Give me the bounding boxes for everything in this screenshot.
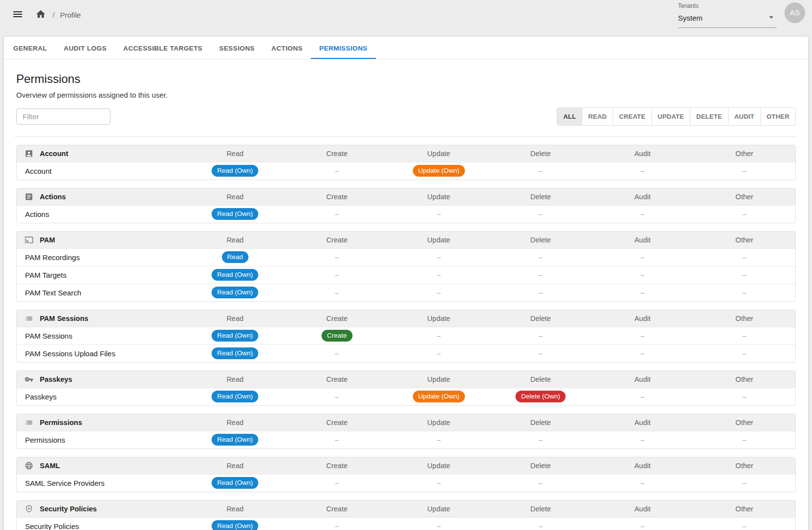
filter-create-button[interactable]: CREATE (613, 108, 651, 125)
permission-badge-read: Read (Own) (212, 434, 258, 446)
menu-button[interactable] (8, 5, 27, 25)
permission-badge-read: Read (Own) (212, 165, 258, 177)
empty-cell-dash: – (742, 349, 746, 357)
empty-cell-dash: – (641, 210, 645, 218)
permission-group-account: AccountReadCreateUpdateDeleteAuditOtherA… (16, 145, 796, 180)
column-header-read: Read (184, 232, 286, 248)
permission-badge-read: Read (Own) (212, 287, 258, 298)
empty-cell-dash: – (539, 522, 542, 530)
column-header-read: Read (184, 457, 286, 474)
column-header-audit: Audit (592, 457, 694, 474)
group-title: Actions (40, 193, 66, 201)
column-header-update: Update (388, 501, 490, 517)
table-row: PAM SessionsRead (Own)Create–––– (17, 327, 795, 344)
empty-cell-dash: – (742, 479, 746, 487)
empty-cell-dash: – (335, 522, 339, 530)
cast-icon (25, 236, 33, 244)
column-header-other: Other (693, 371, 795, 388)
row-label: PAM Sessions Upload Files (17, 344, 184, 362)
empty-cell-dash: – (742, 393, 746, 400)
empty-cell-dash: – (539, 332, 542, 340)
empty-cell-dash: – (335, 349, 339, 357)
breadcrumb-home-link[interactable] (34, 9, 47, 22)
filter-audit-button[interactable]: AUDIT (728, 108, 760, 125)
permission-group-pam-sessions: PAM SessionsReadCreateUpdateDeleteAuditO… (16, 310, 796, 363)
tab-actions[interactable]: ACTIONS (263, 37, 311, 59)
section-divider (14, 136, 798, 137)
account-box-icon (25, 149, 33, 158)
empty-cell-dash: – (742, 167, 746, 175)
permission-group-saml: SAMLReadCreateUpdateDeleteAuditOtherSAML… (16, 457, 796, 492)
table-row: AccountRead (Own)–Update (Own)––– (17, 162, 795, 180)
filter-other-button[interactable]: OTHER (760, 108, 796, 125)
empty-cell-dash: – (539, 210, 542, 218)
tab-general[interactable]: GENERAL (5, 37, 55, 59)
row-label: PAM Recordings (17, 248, 184, 266)
group-title: PAM Sessions (40, 315, 88, 322)
row-label: Account (17, 162, 184, 180)
tab-sessions[interactable]: SESSIONS (211, 37, 263, 59)
column-header-audit: Audit (592, 188, 694, 205)
globe-icon (25, 461, 33, 470)
filter-update-button[interactable]: UPDATE (651, 108, 690, 125)
menu-icon (12, 8, 24, 22)
column-header-other: Other (693, 501, 795, 517)
empty-cell-dash: – (335, 253, 339, 261)
column-header-delete: Delete (489, 457, 592, 474)
permission-group-passkeys: PasskeysReadCreateUpdateDeleteAuditOther… (16, 371, 796, 406)
avatar[interactable]: AS (785, 2, 805, 23)
permission-badge-read: Read (Own) (212, 477, 258, 489)
empty-cell-dash: – (742, 436, 746, 444)
column-header-read: Read (184, 188, 286, 205)
permission-groups: AccountReadCreateUpdateDeleteAuditOtherA… (16, 145, 796, 530)
permission-group-permissions: PermissionsReadCreateUpdateDeleteAuditOt… (16, 414, 796, 449)
empty-cell-dash: – (335, 167, 339, 175)
empty-cell-dash: – (641, 167, 645, 175)
empty-cell-dash: – (742, 522, 746, 530)
tenant-select[interactable]: Tenants System (678, 2, 777, 28)
breadcrumb-page: Profile (60, 11, 81, 19)
table-row: PAM TargetsRead (Own)––––– (17, 266, 795, 284)
permission-badge-read: Read (Own) (212, 520, 258, 530)
empty-cell-dash: – (641, 393, 645, 400)
column-header-audit: Audit (592, 371, 694, 388)
group-title: PAM (40, 236, 55, 244)
row-label: Permissions (17, 431, 184, 449)
caret-down-icon (766, 12, 777, 25)
column-header-audit: Audit (592, 232, 694, 248)
empty-cell-dash: – (742, 332, 746, 340)
empty-cell-dash: – (539, 479, 542, 487)
column-header-read: Read (184, 414, 286, 431)
key-icon (25, 375, 33, 384)
filter-delete-button[interactable]: DELETE (690, 108, 728, 125)
article-icon (25, 192, 33, 201)
table-row: PAM Text SearchRead (Own)––––– (17, 284, 795, 301)
column-header-other: Other (693, 457, 795, 474)
column-header-delete: Delete (489, 414, 592, 431)
column-header-update: Update (388, 310, 490, 327)
tab-accessible-targets[interactable]: ACCESSIBLE TARGETS (115, 37, 211, 59)
tab-bar: GENERALAUDIT LOGSACCESSIBLE TARGETSSESSI… (4, 37, 808, 59)
column-header-other: Other (693, 414, 795, 431)
empty-cell-dash: – (641, 289, 645, 296)
permission-badge-read: Read (Own) (212, 391, 258, 402)
column-header-audit: Audit (592, 501, 694, 517)
empty-cell-dash: – (742, 289, 746, 296)
empty-cell-dash: – (641, 522, 645, 530)
column-header-read: Read (184, 145, 286, 162)
column-header-create: Create (286, 414, 388, 431)
filter-input[interactable] (16, 108, 110, 125)
tenant-select-label: Tenants (678, 2, 777, 9)
page-subtitle: Overview of permissions assigned to this… (16, 91, 796, 99)
column-header-delete: Delete (489, 310, 592, 327)
group-title: Passkeys (40, 375, 72, 383)
filter-all-button[interactable]: ALL (557, 108, 582, 125)
tab-permissions[interactable]: PERMISSIONS (311, 37, 376, 59)
filter-read-button[interactable]: READ (582, 108, 613, 125)
empty-cell-dash: – (641, 253, 645, 261)
permission-group-security-policies: Security PoliciesReadCreateUpdateDeleteA… (16, 500, 796, 530)
filter-button-group: ALLREADCREATEUPDATEDELETEAUDITOTHER (557, 107, 796, 126)
column-header-other: Other (693, 188, 795, 205)
tab-audit-logs[interactable]: AUDIT LOGS (55, 37, 115, 59)
permission-badge-delete: Delete (Own) (515, 391, 566, 402)
